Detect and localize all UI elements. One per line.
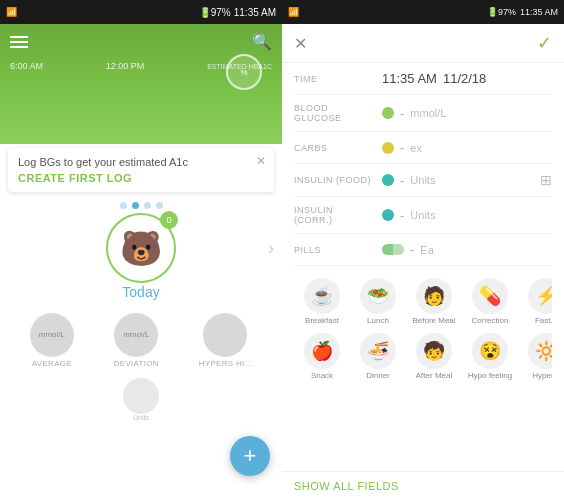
snack-label: Snack <box>311 371 333 380</box>
breakfast-icon: ☕ <box>304 278 340 314</box>
meal-after-meal[interactable]: 🧒 After Meal <box>406 329 462 384</box>
create-first-log-button[interactable]: CREATE FIRST LOG <box>18 172 264 184</box>
time-left: 11:35 AM <box>234 7 276 18</box>
today-label: Today <box>0 283 282 301</box>
meal-types-row1: ☕ Breakfast 🥗 Lunch 🧑 Before Meal 💊 Corr… <box>294 266 552 388</box>
time-display: 11:35 AM <box>382 71 437 86</box>
carbs-label: CARBS <box>294 143 374 153</box>
calculator-icon[interactable]: ⊞ <box>540 172 552 188</box>
confirm-button[interactable]: ✓ <box>537 32 552 54</box>
blood-glucose-row[interactable]: BLOOD GLUCOSE - mmol/L <box>294 95 552 132</box>
insulin-food-row[interactable]: INSULIN (FOOD) - Units ⊞ <box>294 164 552 197</box>
right-status-left: 📶 <box>288 7 299 17</box>
right-panel: 📶 🔋97% 11:35 AM ✕ ✓ TIME 11:35 AM 11/2/1… <box>282 0 564 500</box>
blood-glucose-unit: mmol/L <box>410 107 446 119</box>
fast-icon: ⚡ <box>528 278 552 314</box>
time-row: TIME 11:35 AM 11/2/18 <box>294 63 552 95</box>
close-banner-button[interactable]: ✕ <box>256 154 266 168</box>
stat-circle-hypers <box>203 313 247 357</box>
meal-correction[interactable]: 💊 Correction <box>462 274 518 329</box>
hypo-icon: 😵 <box>472 333 508 369</box>
bottom-circle-units <box>123 378 159 414</box>
meal-row-2: 🍎 Snack 🍜 Dinner 🧒 After Meal 😵 Hypo fee… <box>294 329 552 384</box>
lunch-label: Lunch <box>367 316 389 325</box>
search-icon-left[interactable]: 🔍 <box>252 32 272 51</box>
right-battery: 🔋97% <box>487 7 516 17</box>
dot-3 <box>144 202 151 209</box>
signal-icon: 📶 <box>6 7 17 17</box>
dinner-label: Dinner <box>366 371 390 380</box>
breakfast-label: Breakfast <box>305 316 339 325</box>
log-banner-text: Log BGs to get your estimated A1c <box>18 156 264 168</box>
right-time: 11:35 AM <box>520 7 558 17</box>
close-button[interactable]: ✕ <box>294 34 307 53</box>
meal-row-1: ☕ Breakfast 🥗 Lunch 🧑 Before Meal 💊 Corr… <box>294 274 552 329</box>
meal-dinner[interactable]: 🍜 Dinner <box>350 329 406 384</box>
a1c-circle: % <box>226 54 262 90</box>
right-toolbar: ✕ ✓ <box>282 24 564 63</box>
insulin-corr-label: INSULIN (CORR.) <box>294 205 374 225</box>
snack-icon: 🍎 <box>304 333 340 369</box>
time-6am: 6:00 AM <box>10 61 43 71</box>
nav-arrow-right[interactable]: › <box>268 238 274 259</box>
top-nav: 🔍 <box>0 24 282 55</box>
pills-value: - Ea <box>382 242 552 257</box>
log-banner: ✕ Log BGs to get your estimated A1c CREA… <box>8 148 274 192</box>
carbs-color-dot <box>382 142 394 154</box>
blood-glucose-label: BLOOD GLUCOSE <box>294 103 374 123</box>
meal-lunch[interactable]: 🥗 Lunch <box>350 274 406 329</box>
fast-label: Fast... <box>535 316 552 325</box>
stat-circle-average: mmol/L <box>30 313 74 357</box>
hyper-label: Hyper... <box>532 371 552 380</box>
right-status-bar: 📶 🔋97% 11:35 AM <box>282 0 564 24</box>
insulin-corr-value: - Units <box>382 208 552 223</box>
form-rows: TIME 11:35 AM 11/2/18 BLOOD GLUCOSE - mm… <box>282 63 564 471</box>
insulin-corr-unit: Units <box>410 209 435 221</box>
status-left-icons: 📶 <box>6 7 17 17</box>
show-all-fields-button[interactable]: SHOW ALL FIELDS <box>282 471 564 500</box>
stat-hypers: HYPERS HI... <box>199 313 252 368</box>
meal-hyper[interactable]: 🔆 Hyper... <box>518 329 552 384</box>
lunch-icon: 🥗 <box>360 278 396 314</box>
bottom-stat-row: Units <box>0 372 282 427</box>
meal-before-meal[interactable]: 🧑 Before Meal <box>406 274 462 329</box>
pills-unit: Ea <box>420 244 433 256</box>
bear-section: 🐻 0 › <box>0 213 282 283</box>
insulin-corr-row[interactable]: INSULIN (CORR.) - Units <box>294 197 552 234</box>
pill-icon <box>382 244 404 255</box>
green-header: 🔍 6:00 AM 12:00 PM ESTIMATED HBA1C % <box>0 24 282 144</box>
bear-circle: 🐻 0 <box>106 213 176 283</box>
bear-badge: 0 <box>160 211 178 229</box>
stat-label-hypers: HYPERS HI... <box>199 359 252 368</box>
bottom-stat-units: Units <box>123 378 159 421</box>
pills-row[interactable]: PILLS - Ea <box>294 234 552 266</box>
correction-label: Correction <box>472 316 509 325</box>
stat-label-average: AVERAGE <box>32 359 72 368</box>
pills-dash: - <box>410 242 414 257</box>
meal-snack[interactable]: 🍎 Snack <box>294 329 350 384</box>
meal-breakfast[interactable]: ☕ Breakfast <box>294 274 350 329</box>
stat-label-deviation: DEVIATION <box>114 359 159 368</box>
meal-fast[interactable]: ⚡ Fast... <box>518 274 552 329</box>
date-display: 11/2/18 <box>443 71 486 86</box>
carbs-value: - ex <box>382 140 552 155</box>
time-value[interactable]: 11:35 AM 11/2/18 <box>382 71 552 86</box>
battery-icon: 🔋97% <box>199 7 231 18</box>
blood-glucose-value: - mmol/L <box>382 106 552 121</box>
stat-value-deviation: mmol/L <box>123 331 149 340</box>
carbs-row[interactable]: CARBS - ex <box>294 132 552 164</box>
dots-row <box>0 202 282 209</box>
after-meal-label: After Meal <box>416 371 452 380</box>
hypo-label: Hypo feeling <box>468 371 512 380</box>
blood-glucose-dash: - <box>400 106 404 121</box>
dinner-icon: 🍜 <box>360 333 396 369</box>
meal-hypo[interactable]: 😵 Hypo feeling <box>462 329 518 384</box>
fab-add-button[interactable]: + <box>230 436 270 476</box>
carbs-dash: - <box>400 140 404 155</box>
menu-button[interactable] <box>10 36 28 48</box>
left-panel: 📶 🔋97% 11:35 AM 🔍 6:00 AM 12:00 PM ESTIM… <box>0 0 282 500</box>
after-meal-icon: 🧒 <box>416 333 452 369</box>
time-12pm: 12:00 PM <box>106 61 145 71</box>
insulin-food-value: - Units ⊞ <box>382 172 552 188</box>
insulin-food-dash: - <box>400 173 404 188</box>
